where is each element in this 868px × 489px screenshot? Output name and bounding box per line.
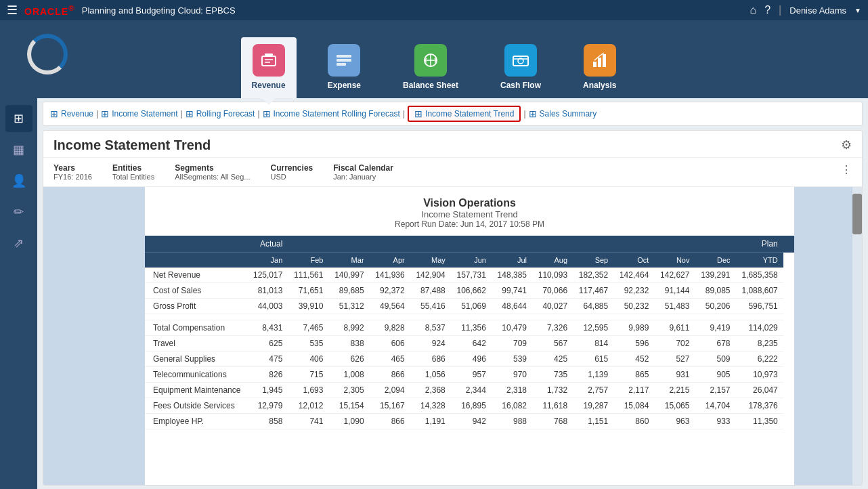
top-bar-left: ☰ ORACLE® Planning and Budgeting Cloud: … [7,3,236,18]
breadcrumb-icon-revenue: ⊞ [50,108,58,119]
cash-flow-icon [504,44,537,77]
report-run-date: Report Run Date: Jun 14, 2017 10:58 PM [145,219,794,229]
row-value: 14,704 [695,398,735,414]
sidebar-icon-home[interactable]: ⊞ [5,105,32,132]
breadcrumb-item-sales-summary[interactable]: Sales Summary [540,109,597,119]
scrollbar-track[interactable] [852,187,862,485]
row-value: 9,828 [370,320,410,336]
filter-years-value: FY16: 2016 [53,173,92,181]
row-value: 148,385 [492,268,532,283]
breadcrumb-icon-sales: ⊞ [529,108,537,119]
svg-rect-5 [337,59,351,62]
row-value: 866 [370,414,410,429]
row-value [654,314,695,320]
nav-item-analysis[interactable]: Analysis [572,37,627,98]
row-value: 50,206 [695,299,735,314]
row-value: 596,751 [736,299,783,314]
table-row: Fees Outside Services12,97912,01215,1541… [145,398,794,414]
row-value: 1,191 [410,414,451,429]
col-header-actual: Actual [247,236,288,253]
table-row: Cost of Sales81,01371,65189,68592,37287,… [145,283,794,299]
sidebar-icon-pencil[interactable]: ✏ [5,198,32,226]
row-value: 125,017 [247,268,288,283]
help-icon[interactable]: ? [764,4,771,16]
report-subtitle: Income Statement Trend [145,209,794,219]
col-header-plan: Plan [288,236,783,253]
row-value: 142,627 [654,268,695,283]
row-value [370,314,410,320]
hamburger-menu[interactable]: ☰ [7,3,18,18]
breadcrumb-item-isrf[interactable]: Income Statement Rolling Forecast [274,109,400,119]
filter-segments-label: Segments [175,163,250,173]
nav-item-revenue[interactable]: Revenue [241,37,297,98]
user-name[interactable]: Denise Adams [789,5,846,16]
row-value: 10,973 [736,367,783,383]
row-value: 11,356 [451,320,492,336]
report-header: Vision Operations Income Statement Trend… [145,187,794,232]
row-value: 826 [247,367,288,383]
gear-icon[interactable]: ⚙ [841,137,852,152]
user-dropdown-arrow[interactable]: ▼ [854,7,861,14]
col-apr: Apr [370,253,410,268]
breadcrumb-item-ist[interactable]: ⊞ Income Statement Trend [408,106,521,122]
nav-item-expense[interactable]: Expense [317,37,372,98]
row-value: 735 [532,367,573,383]
row-value: 15,167 [370,398,410,414]
row-label: Net Revenue [145,268,247,283]
home-icon[interactable]: ⌂ [750,4,757,16]
sidebar: ⊞ ▦ 👤 ✏ ⇗ [0,98,37,489]
sidebar-icon-grid[interactable]: ▦ [5,136,32,163]
row-value: 539 [492,352,532,367]
row-value [532,314,573,320]
row-value: 8,537 [410,320,451,336]
row-value: 111,561 [288,268,328,283]
row-value: 865 [613,367,654,383]
row-value: 89,685 [328,283,369,299]
breadcrumb-icon-income: ⊞ [101,108,109,119]
row-value: 7,326 [532,320,573,336]
scrollbar-thumb[interactable] [852,194,862,234]
nav-item-cash-flow[interactable]: Cash Flow [490,37,552,98]
col-jun: Jun [451,253,492,268]
row-value: 141,936 [370,268,410,283]
report-run-date-value: Jun 14, 2017 10:58 PM [460,219,544,229]
sidebar-icon-people[interactable]: 👤 [5,167,32,194]
data-table: Actual Plan Jan Feb Mar Apr May [145,236,794,429]
table-row: General Supplies475406626465686496539425… [145,352,794,367]
row-value: 626 [328,352,369,367]
svg-rect-0 [262,56,276,66]
top-bar-icons: ⌂ ? | Denise Adams ▼ [750,4,861,16]
breadcrumb-icon-ist: ⊞ [414,108,422,119]
row-value [613,314,654,320]
row-value [695,314,735,320]
breadcrumb-item-income-statement[interactable]: Income Statement [112,109,177,119]
nav-item-balance-sheet[interactable]: Balance Sheet [392,37,469,98]
row-value [736,314,783,320]
row-value: 140,997 [328,268,369,283]
breadcrumb-item-revenue[interactable]: Revenue [61,109,93,119]
row-value: 110,093 [532,268,573,283]
row-label: Travel [145,336,247,352]
col-feb: Feb [288,253,328,268]
sidebar-icon-share[interactable]: ⇗ [5,230,32,257]
row-value: 642 [451,336,492,352]
breadcrumb-item-rolling-forecast[interactable]: Rolling Forecast [196,109,255,119]
row-value: 686 [410,352,451,367]
svg-rect-1 [265,54,273,56]
row-value: 2,757 [573,383,613,398]
app-title: Planning and Budgeting Cloud: EPBCS [82,5,236,16]
report-table-area[interactable]: Vision Operations Income Statement Trend… [145,187,794,485]
filter-overflow-menu[interactable]: ⋮ [841,163,852,176]
col-dec: Dec [695,253,735,268]
row-value: 87,488 [410,283,451,299]
row-value: 606 [370,336,410,352]
table-row: Net Revenue125,017111,561140,997141,9361… [145,268,794,283]
revenue-icon [253,44,285,77]
row-value: 117,467 [573,283,613,299]
row-value: 91,144 [654,283,695,299]
row-value: 15,084 [613,398,654,414]
main-area: ⊞ ▦ 👤 ✏ ⇗ ⊞ Revenue | ⊞ Income Statement… [0,98,868,489]
svg-rect-20 [603,54,606,67]
table-row: Total Compensation8,4317,4658,9929,8288,… [145,320,794,336]
table-row: Employee HP.8587411,0908661,191942988768… [145,414,794,429]
